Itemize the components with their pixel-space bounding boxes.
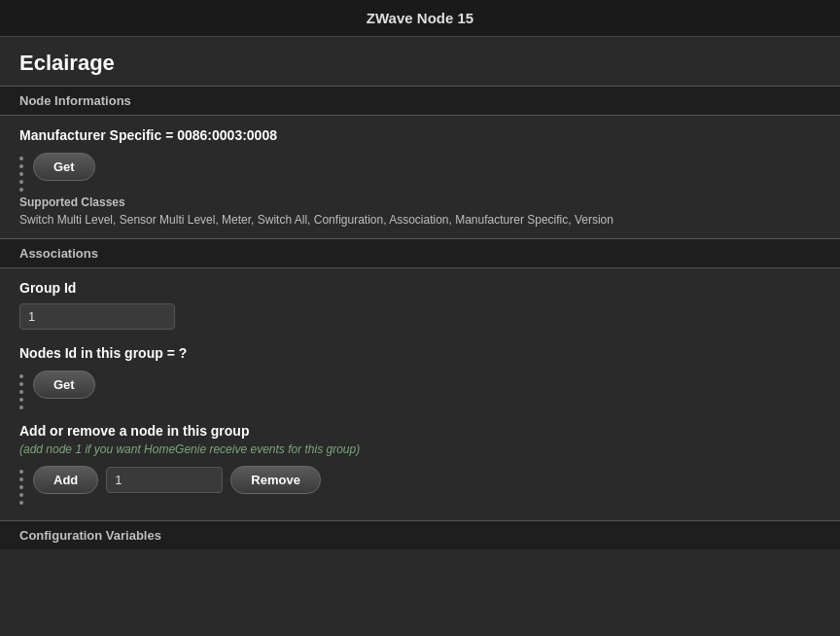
title-bar: ZWave Node 15	[0, 0, 840, 37]
add-button[interactable]: Add	[33, 466, 98, 494]
add-remove-title: Add or remove a node in this group	[19, 423, 821, 439]
get-button-group: Get	[19, 153, 821, 192]
dot-4	[19, 180, 23, 184]
node-informations-content: Manufacturer Specific = 0086:0003:0008 G…	[0, 116, 840, 238]
dot-10	[19, 406, 23, 409]
node-informations-header: Node Informations	[0, 86, 840, 116]
title-bar-text: ZWave Node 15	[367, 10, 473, 26]
dot-2	[19, 164, 23, 168]
group-id-input[interactable]	[19, 303, 175, 330]
dot-12	[19, 477, 23, 481]
dot-7	[19, 382, 23, 386]
dots-indicator-2	[19, 371, 23, 409]
dot-5	[19, 188, 23, 192]
manufacturer-get-button[interactable]: Get	[33, 153, 95, 181]
add-remove-hint: (add node 1 if you want HomeGenie receiv…	[19, 442, 821, 456]
group-id-label: Group Id	[19, 280, 821, 296]
dot-3	[19, 172, 23, 176]
dot-6	[19, 374, 23, 378]
dot-1	[19, 157, 23, 160]
page-title: Eclairage	[0, 37, 840, 86]
dot-9	[19, 398, 23, 402]
dots-indicator-1	[19, 153, 23, 192]
dot-13	[19, 485, 23, 489]
dots-indicator-3	[19, 466, 23, 505]
add-remove-controls: Add Remove	[33, 466, 321, 494]
remove-button[interactable]: Remove	[230, 466, 321, 494]
dot-8	[19, 390, 23, 394]
configuration-variables-header: Configuration Variables	[0, 520, 840, 549]
associations-content: Group Id Nodes Id in this group = ? Get …	[0, 268, 840, 520]
nodes-id-label: Nodes Id in this group = ?	[19, 345, 821, 361]
dot-14	[19, 493, 23, 497]
add-node-input[interactable]	[106, 467, 223, 493]
supported-classes-values: Switch Multi Level, Sensor Multi Level, …	[19, 213, 821, 227]
add-remove-group: Add Remove	[19, 466, 821, 505]
nodes-get-button[interactable]: Get	[33, 371, 95, 399]
associations-header: Associations	[0, 238, 840, 268]
dot-11	[19, 470, 23, 474]
supported-classes-label: Supported Classes	[19, 195, 821, 209]
dot-15	[19, 501, 23, 505]
manufacturer-specific-label: Manufacturer Specific = 0086:0003:0008	[19, 127, 821, 143]
nodes-get-button-group: Get	[19, 371, 821, 409]
